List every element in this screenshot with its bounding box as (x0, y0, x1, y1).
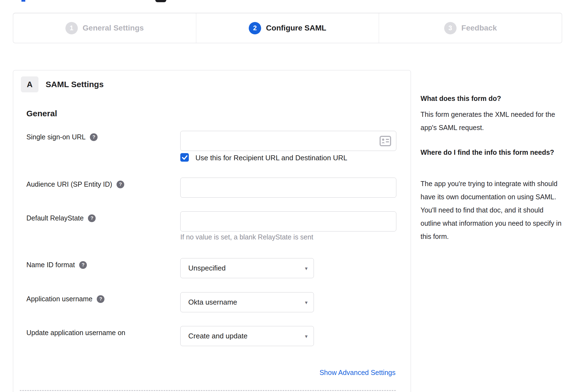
sso-url-input[interactable] (180, 131, 396, 151)
relaystate-label: Default RelayState (26, 214, 84, 222)
help-icon[interactable]: ? (88, 214, 96, 222)
help-icon[interactable]: ? (79, 261, 87, 269)
audience-uri-label: Audience URI (SP Entity ID) (26, 180, 112, 188)
chevron-down-icon: ▾ (305, 265, 308, 271)
help-heading-what: What does this form do? (421, 92, 563, 104)
step-label: Feedback (461, 24, 497, 32)
app-username-value: Okta username (181, 298, 237, 307)
wizard-stepper: 1 General Settings 2 Configure SAML 3 Fe… (13, 13, 562, 43)
help-body-where: The app you're trying to integrate with … (421, 177, 563, 243)
help-body-what: This form generates the XML needed for t… (421, 108, 563, 134)
update-username-label: Update application username on (26, 329, 125, 337)
section-a-badge: A (21, 76, 38, 92)
update-username-select[interactable]: Create and update ▾ (180, 326, 314, 346)
sso-url-label-row: Single sign-on URL ? (26, 133, 98, 141)
header-fragment-toggle (155, 0, 166, 2)
recipient-url-checkbox-label[interactable]: Use this for Recipient URL and Destinati… (195, 154, 347, 162)
app-username-label-row: Application username ? (26, 295, 104, 303)
contact-card-icon[interactable] (379, 135, 391, 147)
relaystate-hint: If no value is set, a blank RelayState i… (180, 233, 313, 241)
section-divider (20, 390, 396, 391)
panel-title: SAML Settings (46, 76, 104, 92)
nameid-format-label-row: Name ID format ? (26, 261, 87, 269)
configure-saml-page: 1 General Settings 2 Configure SAML 3 Fe… (0, 0, 575, 392)
check-icon (182, 155, 187, 160)
sso-url-label: Single sign-on URL (26, 133, 85, 141)
audience-uri-label-row: Audience URI (SP Entity ID) ? (26, 180, 124, 188)
update-username-label-row: Update application username on (26, 329, 125, 337)
show-advanced-settings-link[interactable]: Show Advanced Settings (319, 369, 396, 377)
relaystate-label-row: Default RelayState ? (26, 214, 96, 222)
nameid-format-value: Unspecified (181, 264, 226, 272)
help-icon[interactable]: ? (117, 181, 124, 188)
audience-uri-input[interactable] (180, 178, 396, 198)
update-username-value: Create and update (181, 332, 247, 340)
step-general-settings[interactable]: 1 General Settings (13, 13, 196, 43)
relaystate-input[interactable] (180, 211, 396, 231)
general-section-heading: General (26, 109, 57, 118)
nameid-format-label: Name ID format (26, 261, 75, 269)
step-number-badge: 1 (65, 22, 78, 34)
chevron-down-icon: ▾ (305, 299, 308, 305)
recipient-url-checkbox[interactable] (180, 153, 189, 162)
header-fragment-blue (21, 0, 25, 2)
step-configure-saml[interactable]: 2 Configure SAML (196, 13, 379, 43)
step-label: General Settings (83, 24, 144, 32)
step-number-badge: 2 (249, 22, 261, 34)
chevron-down-icon: ▾ (305, 333, 308, 339)
app-username-label: Application username (26, 295, 92, 303)
step-label: Configure SAML (266, 24, 326, 32)
step-number-badge: 3 (444, 22, 457, 34)
help-icon[interactable]: ? (97, 295, 104, 303)
nameid-format-select[interactable]: Unspecified ▾ (180, 258, 314, 278)
step-feedback[interactable]: 3 Feedback (379, 13, 562, 43)
app-username-select[interactable]: Okta username ▾ (180, 292, 314, 312)
help-icon[interactable]: ? (90, 133, 98, 141)
help-heading-where: Where do I find the info this form needs… (421, 146, 563, 158)
saml-settings-panel: A SAML Settings General Single sign-on U… (13, 70, 411, 392)
